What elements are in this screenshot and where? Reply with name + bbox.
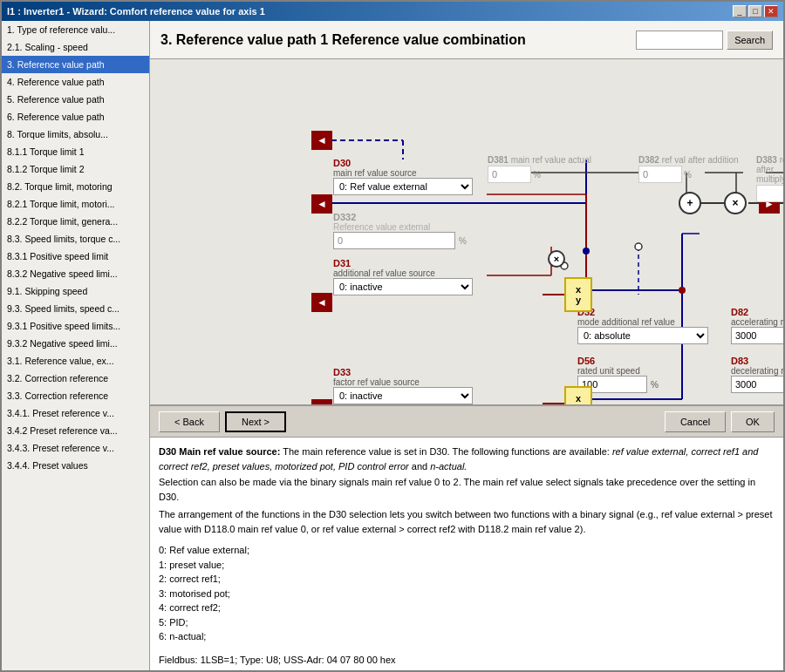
svg-point-21: [679, 287, 686, 294]
desc-list-1: 1: preset value;: [159, 558, 775, 573]
d30-label: D30: [333, 158, 473, 168]
sidebar-item-8[interactable]: 8.1.1 Torque limit 1: [2, 143, 149, 160]
cross-circle: ×: [724, 192, 747, 214]
main-window: I1 : Inverter1 - Wizard: Comfort referen…: [0, 0, 785, 672]
title-bar: I1 : Inverter1 - Wizard: Comfort referen…: [2, 2, 783, 21]
sidebar-item-7[interactable]: 8. Torque limits, absolu...: [2, 126, 149, 143]
d32-select[interactable]: 0: absolute: [577, 327, 708, 344]
desc-line2: Selection can also be made via the binar…: [159, 475, 775, 504]
d383-block: D383 ref val after multiplying %: [756, 155, 783, 202]
description-panel: D30 Main ref value source: The main refe…: [150, 437, 783, 670]
cancel-button[interactable]: Cancel: [665, 411, 726, 432]
sidebar-item-6[interactable]: 6. Reference value path: [2, 108, 149, 126]
sidebar-item-25[interactable]: 3.4.3. Preset reference v...: [2, 439, 149, 457]
diagram-area: ◄ ◄ ◄ ◄ ► D30 main ref value source 0: R…: [150, 59, 783, 405]
d31-label: D31: [333, 258, 473, 268]
desc-list-6: 6: n-actual;: [159, 629, 775, 644]
d33-sub: factor ref value source: [333, 377, 473, 387]
arrow-left-3[interactable]: ◄: [311, 293, 332, 312]
desc-title-bold: D30 Main ref value source:: [159, 446, 280, 457]
d32-sub: mode additional ref value: [577, 317, 708, 327]
desc-list-3: 3: motorised pot;: [159, 587, 775, 601]
arrow-left-1[interactable]: ◄: [311, 131, 332, 150]
d30-sub: main ref value source: [333, 168, 473, 178]
sidebar-item-14[interactable]: 8.3.1 Positive speed limit: [2, 248, 149, 265]
d381-label: D381 main ref value actual: [488, 155, 591, 165]
sidebar-item-13[interactable]: 8.3. Speed limits, torque c...: [2, 230, 149, 248]
sidebar-item-22[interactable]: 3.3. Correction reference: [2, 387, 149, 404]
d82-input[interactable]: [731, 327, 783, 344]
sidebar-item-4[interactable]: 4. Reference value path: [2, 73, 149, 91]
sidebar-item-24[interactable]: 3.4.2 Preset reference va...: [2, 422, 149, 439]
close-button[interactable]: ✕: [764, 5, 778, 17]
sidebar: 1. Type of reference valu... 2.1. Scalin…: [2, 21, 150, 670]
sidebar-item-19[interactable]: 9.3.2 Negative speed limi...: [2, 335, 149, 352]
d381-block: D381 main ref value actual %: [488, 155, 591, 183]
sidebar-item-20[interactable]: 3.1. Reference value, ex...: [2, 352, 149, 370]
d332-block: D332 Reference value external %: [333, 212, 467, 249]
sidebar-item-10[interactable]: 8.2. Torque limit, motoring: [2, 178, 149, 195]
sidebar-item-21[interactable]: 3.2. Correction reference: [2, 370, 149, 387]
d83-block: D83 decelerating ramp %/s: [731, 356, 783, 393]
desc-list-2: 2: correct ref1;: [159, 572, 775, 587]
back-button[interactable]: < Back: [159, 411, 220, 432]
svg-point-32: [635, 243, 642, 250]
arrow-left-2[interactable]: ◄: [311, 194, 332, 214]
d32-label: D32: [577, 307, 708, 317]
desc-title-italic2: n-actual.: [430, 461, 467, 472]
sidebar-item-12[interactable]: 8.2.2 Torque limit, genera...: [2, 213, 149, 230]
d82-block: D82 accelerating ramp %/s: [731, 307, 783, 344]
search-button[interactable]: Search: [727, 31, 773, 50]
d30-select[interactable]: 0: Ref value external 1: preset value 2:…: [333, 178, 473, 195]
maximize-button[interactable]: □: [748, 5, 762, 17]
d83-sub: decelerating ramp: [731, 366, 783, 376]
desc-fieldbus: Fieldbus: 1LSB=1; Type: U8; USS-Adr: 04 …: [159, 653, 775, 668]
d82-label: D82: [731, 307, 783, 317]
desc-title-rest2: and: [409, 461, 430, 472]
d382-label: D382 ref val after addition: [638, 155, 739, 165]
sidebar-item-26[interactable]: 3.4.4. Preset values: [2, 457, 149, 474]
ok-button[interactable]: OK: [731, 411, 775, 432]
sidebar-item-15[interactable]: 8.3.2 Negative speed limi...: [2, 265, 149, 282]
d382-input: [638, 166, 682, 183]
right-panel: 3. Reference value path 1 Reference valu…: [150, 21, 783, 670]
sidebar-item-5[interactable]: 5. Reference value path: [2, 91, 149, 108]
d31-block: D31 additional ref value source 0: inact…: [333, 258, 473, 295]
title-controls: _ □ ✕: [733, 5, 778, 17]
d56-sub: rated unit speed: [577, 366, 659, 376]
nav-right: Cancel OK: [665, 411, 775, 432]
search-input[interactable]: [636, 31, 723, 50]
d33-block: D33 factor ref value source 0: inactive: [333, 367, 473, 404]
sidebar-item-23[interactable]: 3.4.1. Preset reference v...: [2, 404, 149, 422]
desc-list-0: 0: Ref value external;: [159, 543, 775, 558]
d83-label: D83: [731, 356, 783, 366]
d382-block: D382 ref val after addition %: [638, 155, 739, 183]
sidebar-item-16[interactable]: 9.1. Skipping speed: [2, 282, 149, 300]
sidebar-item-18[interactable]: 9.3.1 Positive speed limits...: [2, 317, 149, 335]
sidebar-item-11[interactable]: 8.2.1 Torque limit, motori...: [2, 195, 149, 213]
diagram-lines: [150, 59, 783, 404]
desc-line3: The arrangement of the functions in the …: [159, 507, 775, 536]
xy-block-2: x y: [564, 386, 592, 405]
desc-title-rest: The main reference value is set in D30. …: [280, 446, 612, 457]
nav-bar: < Back Next > Cancel OK: [150, 405, 783, 437]
sidebar-item-3[interactable]: 3. Reference value path: [2, 56, 149, 73]
d33-select[interactable]: 0: inactive: [333, 387, 473, 404]
main-content: 1. Type of reference valu... 2.1. Scalin…: [2, 21, 783, 670]
d30-block: D30 main ref value source 0: Ref value e…: [333, 158, 473, 195]
d56-label: D56: [577, 356, 659, 366]
arrow-left-4[interactable]: ◄: [311, 399, 332, 405]
sidebar-item-9[interactable]: 8.1.2 Torque limit 2: [2, 160, 149, 178]
sidebar-item-1[interactable]: 1. Type of reference valu...: [2, 21, 149, 38]
d31-sub: additional ref value source: [333, 268, 473, 278]
d83-input[interactable]: [731, 376, 783, 393]
sidebar-item-17[interactable]: 9.3. Speed limits, speed c...: [2, 300, 149, 317]
d31-select[interactable]: 0: inactive: [333, 278, 473, 295]
d332-input: [333, 232, 455, 249]
d82-sub: accelerating ramp: [731, 317, 783, 327]
minimize-button[interactable]: _: [733, 5, 747, 17]
next-button[interactable]: Next >: [225, 411, 286, 432]
sidebar-item-2[interactable]: 2.1. Scaling - speed: [2, 38, 149, 56]
d332-sub: Reference value external: [333, 222, 467, 232]
d332-label: D332: [333, 212, 467, 222]
